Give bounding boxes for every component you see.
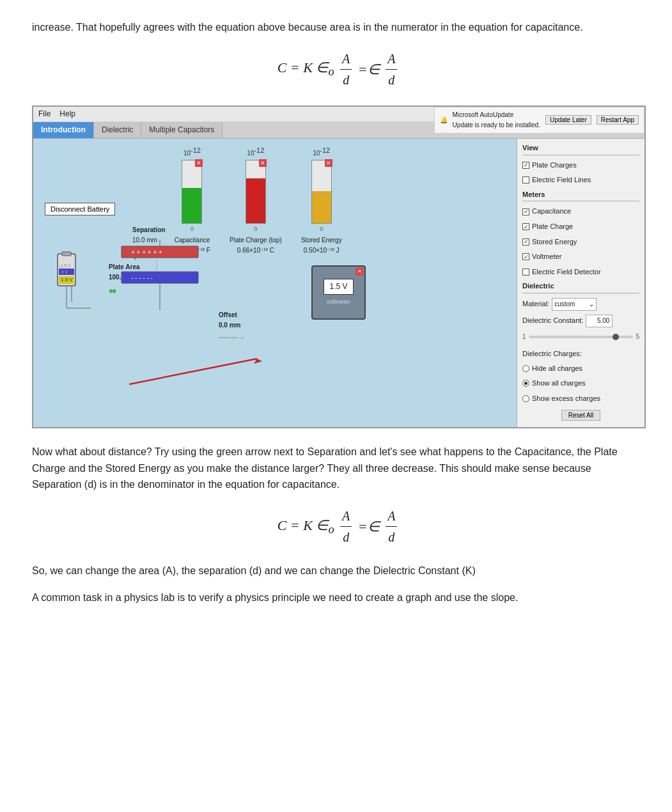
plate-charges-checkbox[interactable]: ✓: [522, 162, 529, 169]
voltmeter-meter-label: Voltmeter: [532, 251, 561, 263]
capacitor-plates-illustration: + + + + + + - - - - - -: [102, 240, 230, 315]
stored-energy-meter-checkbox[interactable]: ✓: [522, 238, 529, 246]
equation-1: C = K ∈o A d =∈ A d: [32, 49, 640, 90]
slider-max-label: 5: [636, 332, 639, 342]
field-lines-checkbox[interactable]: [522, 176, 529, 183]
eq2-frac1: A d: [340, 506, 352, 547]
field-lines-label: Electric Field Lines: [532, 175, 591, 186]
separation-text: Separation: [132, 226, 166, 233]
plate-charge-bar-label: Plate Charge (top): [230, 235, 282, 246]
hide-charges-radio[interactable]: [522, 365, 529, 372]
field-detector-checkbox[interactable]: [522, 269, 529, 276]
hide-charges-row: Hide all charges: [522, 363, 639, 375]
menu-help[interactable]: Help: [59, 108, 75, 120]
simulator: 🔔 Microsoft AutoUpdate Update is ready t…: [32, 105, 646, 429]
show-excess-charges-radio[interactable]: [522, 395, 529, 402]
plate-charge-bar-top-label: 10-12: [247, 145, 264, 159]
stored-energy-bar-group: 10-12 ✕ 0 Stored Energy 0.50×10⁻¹² J: [301, 145, 342, 256]
plate-charge-meter-checkbox[interactable]: ✓: [522, 223, 529, 230]
plate-charge-bar-fill: [246, 178, 265, 223]
eq2-frac2: A d: [386, 506, 397, 547]
material-select[interactable]: custom ⌄: [552, 298, 597, 311]
material-select-value: custom: [554, 299, 575, 309]
view-section-title: View: [522, 143, 639, 155]
voltmeter-display: 1.5 V voltmeter ✕: [311, 265, 366, 320]
reset-all-button[interactable]: Reset All: [561, 410, 600, 421]
tab-dielectric[interactable]: Dielectric: [94, 122, 141, 138]
battery-illustration: 1.5 V 0 V -1.5 V: [46, 251, 94, 315]
equation-2: C = K ∈o A d =∈ A d: [32, 506, 640, 547]
stored-energy-bar-close[interactable]: ✕: [325, 159, 332, 167]
stored-energy-bar-label: Stored Energy: [301, 235, 342, 246]
material-label: Material:: [522, 299, 549, 310]
meters-section-title: Meters: [522, 189, 639, 202]
show-all-charges-label: Show all charges: [532, 378, 586, 389]
eq1-frac1: A d: [340, 49, 352, 90]
intro-paragraph: increase. That hopefully agrees with the…: [32, 19, 640, 36]
capacitance-bar-fill: [182, 188, 201, 223]
svg-text:-1.5 V: -1.5 V: [59, 263, 71, 268]
plate-charge-meter-row: ✓ Plate Charge: [522, 221, 639, 233]
plate-charges-label: Plate Charges: [532, 160, 577, 171]
eq2-lhs: C = K ∈o: [277, 514, 334, 540]
eq1-lhs: C = K ∈o: [277, 56, 334, 82]
voltmeter-close[interactable]: ✕: [356, 268, 363, 276]
restart-button[interactable]: Restart App: [597, 115, 639, 125]
para3-text: So, we can change the area (A), the sepa…: [32, 565, 476, 576]
offset-value: 0.0 mm: [219, 322, 240, 329]
paragraph-4: A common task in a physics lab is to ver…: [32, 589, 640, 606]
voltmeter-reading: 1.5 V: [329, 282, 347, 291]
show-all-charges-row: Show all charges: [522, 378, 639, 389]
stored-energy-bar-fill: [312, 191, 331, 223]
red-probe: [129, 352, 321, 396]
svg-text:0 V: 0 V: [61, 270, 68, 274]
show-all-charges-radio[interactable]: [522, 380, 529, 387]
capacitance-meter-checkbox[interactable]: ✓: [522, 208, 529, 215]
plate-charge-bar-value: 0.66×10⁻¹² C: [237, 246, 274, 256]
voltmeter-meter-row: ✓ Voltmeter: [522, 251, 639, 263]
sim-body: Disconnect Battery 10-12 ✕ 0 Capacitance…: [33, 139, 645, 427]
plate-charge-bar-close[interactable]: ✕: [259, 159, 267, 167]
update-later-button[interactable]: Update Later: [545, 115, 591, 125]
stored-energy-bar-value: 0.50×10⁻¹² J: [304, 246, 340, 256]
voltmeter-checkbox[interactable]: ✓: [522, 253, 529, 260]
paragraph-2: Now what about distance? Try using the g…: [32, 444, 640, 493]
update-bar: 🔔 Microsoft AutoUpdate Update is ready t…: [434, 107, 645, 134]
menu-file[interactable]: File: [38, 108, 51, 120]
disconnect-battery-button[interactable]: Disconnect Battery: [45, 203, 115, 215]
paragraph-3: So, we can change the area (A), the sepa…: [32, 563, 640, 579]
plate-charges-row: ✓ Plate Charges: [522, 160, 639, 171]
svg-line-17: [129, 359, 257, 384]
stored-energy-meter-row: ✓ Stored Energy: [522, 237, 639, 248]
material-row: Material: custom ⌄: [522, 298, 639, 311]
svg-text:+ + + + + +: + + + + + +: [131, 249, 162, 256]
update-subtitle: Update is ready to be installed.: [453, 120, 540, 130]
capacitance-meter-row: ✓ Capacitance: [522, 206, 639, 217]
para4-text: A common task in a physics lab is to ver…: [32, 592, 518, 603]
eq1-frac2: A d: [386, 49, 397, 90]
dielectric-constant-input[interactable]: 5.00: [586, 315, 613, 327]
tab-multiple-capacitors[interactable]: Multiple Capacitors: [141, 122, 223, 138]
bars-area: 10-12 ✕ 0 Capacitance 0.44×10⁻¹² F 10-12…: [174, 145, 342, 256]
field-lines-row: Electric Field Lines: [522, 175, 639, 186]
stored-energy-bar-top-label: 10-12: [313, 145, 330, 159]
stored-energy-meter-label: Stored Energy: [532, 237, 577, 248]
eq2-equals: =∈: [358, 515, 380, 538]
dielectric-slider[interactable]: [529, 336, 634, 338]
stored-energy-bar-outer: ✕: [311, 160, 332, 224]
voltmeter-label: voltmeter: [327, 297, 350, 306]
plate-charge-bar-group: 10-12 ✕ 0 Plate Charge (top) 0.66×10⁻¹² …: [230, 145, 282, 256]
dielectric-section-title: Dielectric: [522, 281, 639, 293]
svg-text:- - - - - -: - - - - - -: [131, 274, 153, 281]
voltmeter-value: 1.5 V: [324, 279, 353, 295]
tab-introduction[interactable]: Introduction: [33, 122, 94, 138]
hide-charges-label: Hide all charges: [532, 363, 582, 375]
material-select-arrow: ⌄: [589, 299, 594, 309]
sim-main-area: Disconnect Battery 10-12 ✕ 0 Capacitance…: [33, 139, 517, 427]
capacitance-bar-close[interactable]: ✕: [195, 159, 203, 167]
offset-label: Offset 0.0 mm ·········→: [219, 310, 246, 344]
intro-text: increase. That hopefully agrees with the…: [32, 22, 583, 33]
capacitance-meter-label: Capacitance: [532, 206, 571, 217]
sim-right-panel: View ✓ Plate Charges Electric Field Line…: [517, 139, 645, 427]
dielectric-constant-label: Dielectric Constant:: [522, 315, 583, 327]
